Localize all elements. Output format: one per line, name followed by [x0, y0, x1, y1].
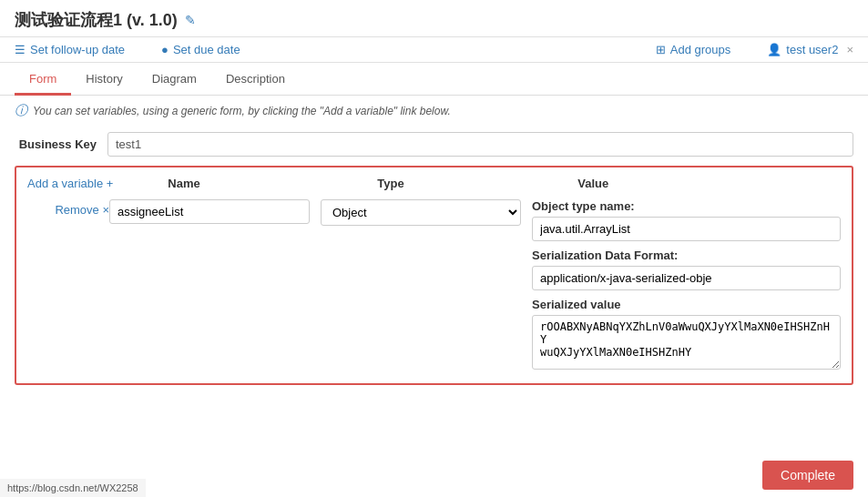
serialized-value-label: Serialized value [532, 298, 841, 311]
col-type-header: Type [377, 177, 577, 190]
value-section: Object type name: Serialization Data For… [532, 199, 841, 372]
serialization-format-input[interactable] [532, 266, 841, 290]
toolbar: ☰ Set follow-up date ● Set due date ⊞ Ad… [0, 37, 868, 63]
tabs-bar: Form History Diagram Description [0, 65, 868, 96]
page-header: 测试验证流程1 (v. 1.0) ✎ [0, 0, 868, 37]
due-date-btn[interactable]: ● Set due date [161, 43, 240, 56]
user-close-btn[interactable]: × [846, 43, 853, 56]
business-key-row: Business Key [0, 127, 868, 166]
toolbar-right: ⊞ Add groups 👤 test user2 × [656, 43, 853, 56]
follow-up-date-btn[interactable]: ☰ Set follow-up date [15, 43, 125, 56]
page-title: 测试验证流程1 (v. 1.0) [15, 9, 178, 31]
remove-btn[interactable]: Remove × [27, 199, 109, 217]
object-type-name-label: Object type name: [532, 199, 841, 213]
add-groups-btn[interactable]: ⊞ Add groups [656, 43, 731, 56]
tab-description[interactable]: Description [211, 65, 300, 96]
due-date-label: Set due date [173, 43, 240, 56]
calendar-icon: ☰ [15, 43, 26, 56]
user-icon: 👤 [767, 43, 781, 56]
object-type-name-input[interactable] [532, 217, 841, 241]
business-key-label: Business Key [15, 137, 97, 151]
variable-type-select[interactable]: Object String Integer Long Double Boolea… [321, 199, 521, 226]
serialized-value-textarea[interactable]: rOOABXNyABNqYXZhLnV0aWwuQXJyYXlMaXN0eIHS… [532, 315, 841, 370]
serialization-format-label: Serialization Data Format: [532, 248, 841, 262]
tab-history[interactable]: History [71, 65, 137, 96]
variable-name-input[interactable] [109, 199, 310, 224]
info-text: You can set variables, using a generic f… [33, 105, 451, 117]
info-icon: ⓘ [15, 103, 27, 119]
tab-form[interactable]: Form [15, 65, 71, 96]
col-value-header: Value [577, 177, 608, 190]
tab-diagram[interactable]: Diagram [138, 65, 211, 96]
follow-up-label: Set follow-up date [30, 43, 125, 56]
business-key-input[interactable] [107, 132, 853, 157]
user-item: 👤 test user2 × [767, 43, 853, 56]
edit-icon[interactable]: ✎ [185, 13, 196, 27]
col-name-header: Name [168, 177, 377, 190]
add-groups-label: Add groups [670, 43, 731, 56]
bell-icon: ● [161, 43, 168, 56]
add-variable-btn[interactable]: Add a variable + [27, 177, 113, 190]
groups-icon: ⊞ [656, 43, 666, 56]
variable-section: Add a variable + Name Type Value Remove … [15, 166, 853, 385]
info-bar: ⓘ You can set variables, using a generic… [0, 96, 868, 127]
variable-row: Remove × Object String Integer Long Doub… [27, 199, 841, 372]
variable-section-header: Add a variable + Name Type Value [27, 177, 841, 190]
user-label: test user2 [786, 43, 838, 56]
